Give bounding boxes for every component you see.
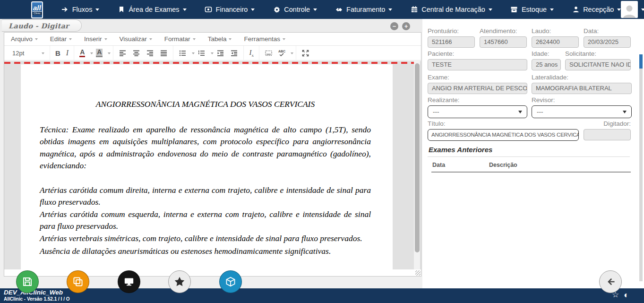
arrow-left-icon	[605, 276, 616, 287]
coin-icon	[205, 6, 213, 14]
fullscreen-button[interactable]	[299, 48, 312, 58]
nav-financeiro[interactable]: Financeiro	[205, 6, 255, 14]
chevron-down-icon	[69, 38, 72, 42]
data-input[interactable]: 20/03/2025	[584, 36, 631, 48]
nav-estoque[interactable]: Estoque	[510, 6, 554, 14]
bold-button[interactable]: B	[53, 48, 63, 58]
panel-scrollbar[interactable]	[639, 54, 643, 281]
zoom-in-button[interactable]: +	[402, 22, 410, 30]
idade-input[interactable]: 25 anos	[532, 59, 561, 70]
nav-label: Central de Marcação	[421, 6, 485, 13]
document-page[interactable]: ANGIORRESSONÂNCIA MAGNÉTICA DOS VASOS CE…	[21, 64, 393, 270]
align-group	[113, 46, 173, 61]
outdent-button[interactable]	[214, 48, 227, 58]
save-button[interactable]	[16, 270, 39, 293]
bullet-list-button[interactable]	[176, 48, 189, 58]
back-button[interactable]	[599, 270, 622, 293]
solicitante-input[interactable]: SOLICITANTE NAO IDENT	[565, 59, 631, 70]
realizante-value: ---	[433, 108, 439, 115]
logo-text: all	[33, 5, 42, 12]
visual-aids-button[interactable]	[262, 48, 275, 58]
tab-zoom-controls: − +	[390, 22, 410, 30]
nav-recepcao[interactable]: Recepção	[572, 6, 621, 14]
nav-faturamento[interactable]: Faturamento	[335, 6, 392, 14]
atendimento-label: Atendimento:	[480, 27, 527, 35]
nav-controle[interactable]: Controle	[273, 6, 317, 14]
list-group	[173, 46, 244, 61]
chevron-down-icon[interactable]	[90, 52, 93, 56]
chevron-down-icon[interactable]	[108, 52, 111, 56]
menu-ferramentas[interactable]: Ferramentas	[244, 35, 285, 43]
digitador-label: Digitador:	[584, 120, 631, 127]
chevron-down-icon	[183, 9, 187, 13]
revisor-select[interactable]: ---	[532, 105, 632, 118]
menu-label: Visualizar	[120, 35, 147, 43]
top-navbar: all Clinic Fluxos Área de Exames Finance…	[0, 0, 644, 19]
avatar[interactable]	[621, 1, 638, 18]
copy-button[interactable]	[67, 270, 89, 293]
favorite-button[interactable]	[168, 270, 191, 293]
chevron-down-icon[interactable]	[291, 52, 293, 56]
editor-scrollbar-thumb[interactable]	[415, 63, 420, 252]
field-revisor: Revisor: ---	[532, 96, 632, 118]
align-left-button[interactable]	[116, 48, 129, 58]
paciente-input[interactable]: TESTE	[428, 59, 527, 70]
menu-inserir[interactable]: Inserir	[84, 35, 107, 43]
text-color-button[interactable]: A	[77, 48, 87, 58]
chevron-down-icon	[251, 9, 255, 13]
align-right-button[interactable]	[144, 48, 156, 58]
clear-formatting-button[interactable]: Ix	[247, 48, 256, 59]
menu-label: Ferramentas	[244, 35, 280, 43]
font-size-select[interactable]: 12pt	[9, 49, 47, 58]
align-center-button[interactable]	[130, 48, 143, 58]
screen-button[interactable]	[118, 270, 140, 293]
font-size-value: 12pt	[12, 50, 24, 57]
laudo-input[interactable]: 2624400	[532, 36, 579, 48]
menu-arquivo[interactable]: Arquivo	[11, 35, 38, 43]
lateralidade-input[interactable]: MAMOGRAFIA BILATERAL	[532, 83, 632, 94]
nav-area-de-exames[interactable]: Área de Exames	[117, 6, 186, 14]
chevron-down-icon[interactable]	[211, 52, 214, 56]
prontuario-input[interactable]: 521166	[428, 36, 475, 48]
paciente-label: Paciente:	[428, 50, 527, 57]
contrast-icon[interactable]: ◐	[624, 290, 629, 300]
bookmark-icon	[117, 6, 125, 14]
tab-laudo-digitar[interactable]: Laudo - Digitar	[2, 19, 82, 32]
justify-button[interactable]	[157, 48, 170, 58]
realizante-select[interactable]: ---	[428, 105, 527, 118]
menu-formatar[interactable]: Formatar	[164, 35, 196, 43]
italic-button[interactable]: I	[64, 48, 71, 58]
nav-fluxos[interactable]: Fluxos	[61, 6, 100, 14]
spellcheck-button[interactable]: ABC	[276, 49, 288, 57]
exame-input[interactable]: ANGIO RM ARTERIAL DE PESCOCO	[428, 83, 527, 94]
document-paragraph: Artérias carótida comum esquerda, intern…	[40, 208, 371, 233]
indent-button[interactable]	[228, 48, 240, 58]
logo-subtext: Clinic	[32, 12, 42, 15]
digitador-input[interactable]	[584, 129, 631, 140]
atendimento-input[interactable]: 1457660	[480, 36, 527, 48]
app-logo[interactable]: all Clinic	[31, 1, 43, 18]
titulo-label: Título:	[428, 120, 579, 127]
menu-label: Tabela	[208, 35, 227, 43]
document-title: ANGIORRESSONÂNCIA MAGNÉTICA DOS VASOS CE…	[40, 98, 371, 111]
nav-central-de-marcacao[interactable]: Central de Marcação	[410, 6, 492, 14]
user-menu[interactable]	[621, 1, 644, 18]
menu-editar[interactable]: Editar	[50, 35, 72, 43]
field-titulo: Título: ANGIORRESSONÂNCIA MAGNÉTICA DOS …	[428, 120, 579, 141]
numbered-list-button[interactable]	[195, 48, 208, 58]
editor-scrollbar[interactable]	[414, 61, 420, 270]
field-idade: Idade: 25 anos	[532, 50, 561, 70]
chevron-down-icon[interactable]	[192, 52, 195, 56]
zoom-out-button[interactable]: −	[390, 22, 398, 30]
italic-label: I	[66, 49, 69, 57]
nav-label: Controle	[284, 6, 310, 13]
titulo-input[interactable]: ANGIORRESSONÂNCIA MAGNÉTICA DOS VASOS CE…	[428, 129, 579, 141]
field-atendimento: Atendimento: 1457660	[480, 27, 527, 48]
menu-tabela[interactable]: Tabela	[208, 35, 232, 43]
resize-grip[interactable]	[415, 270, 421, 276]
menu-label: Formatar	[164, 35, 190, 43]
highlight-color-button[interactable]: A	[94, 48, 105, 58]
package-button[interactable]	[219, 270, 242, 293]
panel-scrollbar-thumb[interactable]	[639, 54, 643, 69]
menu-visualizar[interactable]: Visualizar	[120, 35, 152, 43]
